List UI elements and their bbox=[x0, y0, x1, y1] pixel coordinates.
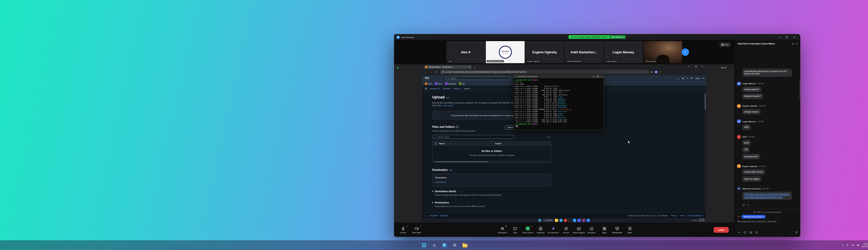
maximize-button[interactable] bbox=[783, 34, 790, 40]
toolbar-ai-companion[interactable]: AI Companion bbox=[547, 223, 559, 237]
toolbar-share-screen[interactable]: Share Screen bbox=[522, 223, 534, 237]
send-icon[interactable] bbox=[795, 230, 798, 235]
footer-link-cookie-preferences[interactable]: Cookie preferences bbox=[687, 215, 703, 217]
find-by-name-input[interactable]: Find by name bbox=[432, 135, 515, 139]
select-all-checkbox[interactable] bbox=[435, 143, 437, 144]
format-icon[interactable] bbox=[738, 230, 740, 235]
participant-tile-logan-massey[interactable]: Logan MasseyLogan Massey bbox=[604, 41, 643, 63]
chat-input[interactable]: Message AtlasTech Coaching's Zoom Me... bbox=[738, 220, 798, 228]
shared-taskbar-edge-icon[interactable] bbox=[559, 219, 563, 222]
wifi-icon[interactable] bbox=[846, 244, 849, 247]
toolbar-reactions[interactable]: Reactions bbox=[586, 223, 598, 237]
permissions-expander[interactable]: Permissions Grant public access and acce… bbox=[432, 201, 551, 208]
column-folder[interactable]: Folder bbox=[495, 142, 501, 145]
recipient-selector[interactable]: Meeting Group Chat bbox=[742, 215, 766, 219]
reply-icon[interactable] bbox=[747, 202, 750, 207]
shared-taskbar-discord-icon[interactable] bbox=[578, 219, 581, 222]
extensions-icon[interactable]: ◧ bbox=[651, 71, 653, 73]
browser-minimize-button[interactable] bbox=[686, 64, 692, 69]
emoji-icon[interactable] bbox=[743, 230, 746, 235]
aws-favorite-vpc[interactable]: VPC bbox=[435, 83, 442, 85]
next-participants-button[interactable]: › bbox=[682, 49, 689, 56]
toolbar-summary[interactable]: Summary bbox=[534, 223, 547, 237]
system-tray[interactable]: 8:51 PM 8/17/2024 bbox=[842, 240, 868, 250]
side-nav-hamburger-icon[interactable] bbox=[425, 88, 427, 89]
taskbar-start-icon[interactable] bbox=[421, 242, 427, 248]
popout-icon[interactable] bbox=[792, 43, 794, 45]
taskbar-edge-icon[interactable] bbox=[441, 242, 447, 248]
pagination[interactable]: ‹ 1 › bbox=[546, 135, 551, 138]
shared-taskbar-start-icon[interactable] bbox=[538, 219, 541, 222]
toolbar-chat[interactable]: Chat bbox=[509, 223, 521, 237]
toolbar-record[interactable]: Record bbox=[560, 223, 572, 237]
aws-logo[interactable]: aws bbox=[425, 76, 429, 80]
terminal-close-button[interactable]: ✕ bbox=[601, 75, 602, 77]
forward-icon[interactable]: → bbox=[429, 70, 433, 73]
browser-profile-avatar[interactable] bbox=[655, 70, 657, 73]
chat-scrollbar[interactable] bbox=[800, 81, 801, 99]
participant-tile-irakli-davlasheridze[interactable]: Irakli Davlasheri...Irakli Davlasheridze bbox=[564, 41, 603, 63]
help-icon[interactable]: ? bbox=[687, 77, 688, 79]
screenshot-icon[interactable] bbox=[749, 230, 752, 235]
terminal-maximize-button[interactable] bbox=[597, 76, 598, 77]
destination-info-link[interactable]: Info bbox=[449, 169, 453, 171]
aws-favorite-ec2[interactable]: EC2 bbox=[425, 83, 432, 85]
chat-privacy-note[interactable]: Who can see your messages? bbox=[738, 211, 798, 213]
settings-gear-icon[interactable]: ⚙ bbox=[691, 77, 693, 79]
browser-menu-icon[interactable]: ⋮ bbox=[659, 71, 661, 73]
chat-message-list[interactable]: automatically apply access to objects in… bbox=[735, 46, 801, 209]
footer-link-privacy[interactable]: Privacy bbox=[671, 215, 677, 217]
info-link[interactable]: Info bbox=[446, 97, 450, 99]
browser-maximize-button[interactable] bbox=[692, 64, 699, 69]
chevron-up-icon[interactable] bbox=[531, 226, 533, 227]
chat-message-link[interactable]: https://docs.aws.amazon.com/AmazonS3/lat… bbox=[744, 193, 789, 198]
bookmark-star-icon[interactable]: ☆ bbox=[645, 71, 647, 73]
shared-clock[interactable]: 8:50 PM 8/17/2024 bbox=[698, 219, 705, 222]
table-horizontal-scrollbar[interactable] bbox=[432, 161, 551, 162]
hidden-icons-chevron[interactable] bbox=[842, 245, 843, 246]
view-button[interactable]: View bbox=[720, 42, 730, 47]
terminal-minimize-button[interactable] bbox=[593, 76, 595, 77]
shared-taskbar-file-explorer-icon[interactable] bbox=[555, 219, 558, 222]
toolbar-notes[interactable]: Notes bbox=[624, 223, 636, 237]
participant-tile-atlastech-coaching[interactable]: ATLASTECHAtlasTech Coaching bbox=[486, 41, 525, 63]
shared-taskbar-vscode-icon[interactable] bbox=[573, 219, 576, 222]
toolbar-apps[interactable]: Apps bbox=[598, 223, 610, 237]
shared-taskbar-chrome-icon[interactable] bbox=[564, 219, 567, 222]
terminal-titlebar[interactable]: >_ MINGW64:/c/Users/shaki ✕ bbox=[514, 75, 603, 78]
refresh-icon[interactable]: ⟳ bbox=[435, 70, 438, 73]
toolbar-participants[interactable]: 52Participants bbox=[496, 223, 508, 237]
participant-tile-khoji-yusupov[interactable]: Khoji Yusupov bbox=[643, 41, 682, 63]
new-tab-button[interactable]: + bbox=[473, 65, 476, 69]
breadcrumb-item-buckets[interactable]: Buckets bbox=[443, 88, 450, 89]
learn-more-link[interactable]: Learn more bbox=[442, 104, 453, 107]
toolbar-whiteboards[interactable]: Whiteboards bbox=[611, 223, 623, 237]
shared-taskbar-zoom-icon[interactable] bbox=[587, 219, 590, 222]
chat-close-icon[interactable]: ✕ bbox=[796, 42, 798, 45]
battery-icon[interactable] bbox=[857, 244, 860, 247]
toolbar-start-video[interactable]: Start Video bbox=[411, 223, 423, 237]
leave-button[interactable]: Leave bbox=[714, 227, 729, 233]
view-options-button[interactable]: View Options bbox=[609, 35, 626, 39]
attach-file-icon[interactable] bbox=[755, 230, 758, 235]
cloudshell-icon[interactable]: >_ bbox=[425, 215, 427, 217]
shared-system-tray[interactable]: ENG 8:50 PM 8/17/2024 bbox=[691, 218, 705, 223]
taskbar-file-explorer-icon[interactable] bbox=[462, 242, 468, 248]
destination-bucket-link[interactable]: s3://mdm-sy bbox=[435, 181, 446, 184]
browser-tab[interactable]: Upload objects - S3 bucket or... ✕ bbox=[424, 65, 472, 69]
chevron-up-icon[interactable] bbox=[420, 226, 421, 227]
taskbar-settings-icon[interactable]: ⚙ bbox=[452, 242, 458, 248]
browser-scrollbar[interactable] bbox=[704, 92, 706, 213]
back-icon[interactable]: ← bbox=[424, 70, 428, 73]
shared-taskbar-search[interactable]: Search bbox=[543, 219, 554, 222]
footer-link-terms[interactable]: Terms bbox=[680, 215, 685, 217]
url-bar[interactable]: us-east-2.console.aws.amazon.com/s3/uplo… bbox=[439, 70, 649, 74]
terminal-window[interactable]: >_ MINGW64:/c/Users/shaki ✕ shaki@DESKTO… bbox=[513, 74, 604, 130]
shared-taskbar-terminal-icon[interactable] bbox=[568, 219, 572, 222]
participant-tile-alex-a[interactable]: Alex AAlex A bbox=[446, 41, 485, 63]
toolbar-show-captions[interactable]: Show Captions bbox=[573, 223, 585, 237]
clock[interactable]: 8:51 PM 8/17/2024 bbox=[862, 243, 868, 248]
minimize-button[interactable] bbox=[776, 34, 783, 40]
toolbar-unmute[interactable]: Unmute bbox=[397, 223, 409, 237]
breadcrumb-item-mdm-sy[interactable]: mdm-sy bbox=[454, 88, 460, 89]
